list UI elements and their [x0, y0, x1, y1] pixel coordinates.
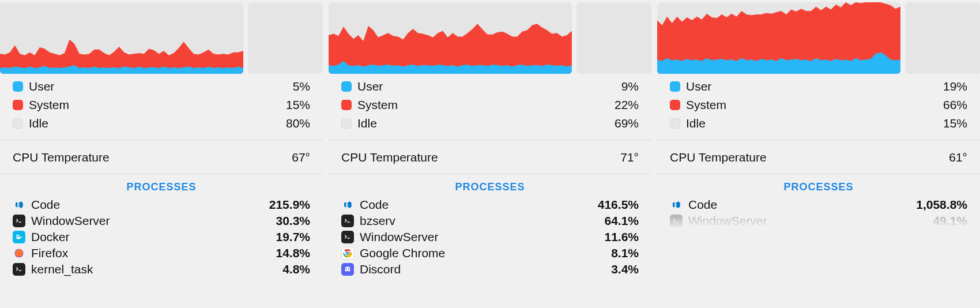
- process-list: Code1,058.8%WindowServer49.1%: [657, 197, 980, 229]
- process-row: Google Chrome8.1%: [329, 245, 651, 261]
- process-value: 3.4%: [611, 262, 639, 276]
- process-name: kernel_task: [31, 262, 93, 276]
- discord-icon: [341, 263, 354, 276]
- processes-heading: PROCESSES: [329, 179, 651, 197]
- process-name: Docker: [31, 230, 70, 244]
- term-icon: [670, 215, 683, 227]
- process-value: 8.1%: [611, 246, 639, 260]
- cpu-temperature-row: CPU Temperature 67°: [13, 148, 310, 167]
- legend-idle: Idle 15%: [670, 114, 967, 133]
- process-name: Code: [31, 198, 60, 212]
- process-value: 1,058.8%: [916, 198, 967, 212]
- process-row: Docker19.7%: [0, 229, 323, 245]
- chart-row: [329, 0, 651, 74]
- process-row: WindowServer49.1%: [657, 213, 980, 229]
- cpu-temperature-row: CPU Temperature 71°: [341, 148, 639, 167]
- divider: [0, 174, 323, 174]
- system-value: 22%: [615, 98, 639, 112]
- user-swatch: [341, 81, 352, 92]
- legend-system: System 22%: [341, 96, 639, 114]
- idle-swatch: [670, 118, 680, 129]
- code-icon: [341, 198, 354, 211]
- panels-container: User 5% System 15% Idle 80% CPU Temperat…: [0, 0, 980, 277]
- cpu-panel-3: User 19% System 66% Idle 15% CPU Tempera…: [657, 0, 980, 277]
- term-icon: [341, 215, 354, 227]
- cpu-temperature-value: 61°: [949, 151, 967, 164]
- process-name: WindowServer: [31, 214, 110, 228]
- per-core-bars: [576, 2, 651, 74]
- process-value: 30.3%: [276, 214, 310, 228]
- process-name: WindowServer: [360, 230, 439, 244]
- idle-value: 80%: [286, 117, 310, 130]
- svg-rect-12: [672, 216, 681, 226]
- cpu-temperature-value: 67°: [292, 151, 310, 164]
- per-core-bars: [905, 2, 980, 74]
- cpu-history-chart: [329, 2, 572, 74]
- process-row: WindowServer11.6%: [329, 229, 651, 245]
- svg-rect-4: [343, 216, 352, 226]
- user-value: 5%: [293, 80, 310, 93]
- cpu-temperature-row: CPU Temperature 61°: [670, 148, 967, 167]
- docker-icon: [13, 231, 25, 243]
- user-swatch: [13, 81, 23, 92]
- firefox-icon: [13, 247, 25, 260]
- idle-value: 69%: [615, 117, 639, 130]
- cpu-temperature-label: CPU Temperature: [341, 151, 438, 164]
- cpu-panel-1: User 5% System 15% Idle 80% CPU Temperat…: [0, 0, 323, 277]
- divider: [329, 174, 651, 174]
- per-core-bars: [248, 2, 323, 74]
- process-row: Code416.5%: [329, 197, 651, 213]
- process-name: Google Chrome: [360, 246, 445, 260]
- legend-label: System: [29, 98, 69, 112]
- user-value: 19%: [943, 80, 967, 93]
- legend-system: System 66%: [670, 96, 967, 114]
- legend-label: Idle: [686, 117, 706, 130]
- chart-row: [657, 0, 980, 74]
- process-name: Code: [688, 198, 717, 212]
- cpu-temperature-value: 71°: [620, 151, 639, 164]
- legend-system: System 15%: [13, 96, 310, 114]
- process-list: Code215.9%WindowServer30.3%Docker19.7%Fi…: [0, 197, 323, 277]
- code-icon: [13, 198, 25, 211]
- process-name: Discord: [360, 262, 401, 276]
- legend-idle: Idle 69%: [341, 114, 639, 133]
- cpu-temperature-label: CPU Temperature: [13, 151, 110, 164]
- idle-swatch: [13, 118, 23, 129]
- legend-label: System: [357, 98, 398, 112]
- process-value: 49.1%: [933, 214, 967, 228]
- legend-label: User: [686, 80, 711, 93]
- legend-label: Idle: [357, 117, 377, 130]
- cpu-history-chart: [0, 2, 243, 74]
- process-value: 64.1%: [604, 214, 639, 228]
- process-value: 215.9%: [269, 198, 310, 212]
- code-icon: [670, 198, 683, 211]
- process-row: Firefox14.8%: [0, 245, 323, 261]
- divider: [0, 140, 323, 140]
- legend-user: User 9%: [341, 77, 639, 96]
- cpu-panel-2: User 9% System 22% Idle 69% CPU Temperat…: [329, 0, 651, 277]
- process-value: 19.7%: [276, 230, 310, 244]
- process-value: 14.8%: [276, 246, 310, 260]
- legend-idle: Idle 80%: [13, 114, 310, 133]
- svg-rect-0: [14, 216, 24, 226]
- process-row: Discord3.4%: [329, 261, 651, 277]
- system-value: 15%: [286, 98, 310, 112]
- process-row: Code1,058.8%: [657, 197, 980, 213]
- idle-swatch: [341, 118, 352, 129]
- term-icon: [13, 263, 25, 276]
- processes-heading: PROCESSES: [0, 179, 323, 197]
- processes-heading: PROCESSES: [657, 179, 980, 197]
- process-row: Code215.9%: [0, 197, 323, 213]
- chrome-icon: [341, 247, 354, 260]
- idle-value: 15%: [943, 117, 967, 130]
- legend-label: User: [357, 80, 383, 93]
- user-swatch: [670, 81, 680, 92]
- legend-label: Idle: [29, 117, 48, 130]
- chart-row: [0, 0, 323, 74]
- user-value: 9%: [621, 80, 639, 93]
- process-name: Code: [360, 198, 389, 212]
- svg-rect-5: [343, 232, 352, 242]
- system-swatch: [670, 100, 680, 110]
- cpu-history-chart: [657, 2, 900, 74]
- divider: [657, 174, 980, 174]
